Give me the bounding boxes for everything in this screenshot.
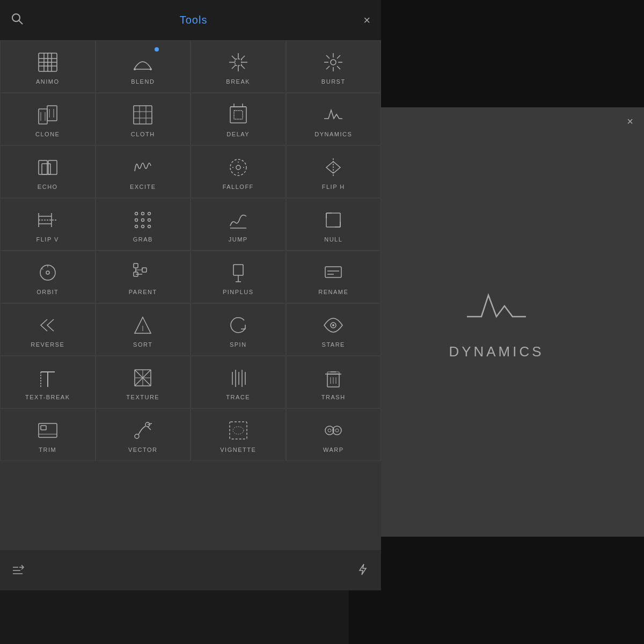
tool-warp[interactable]: WARP (286, 408, 382, 461)
textbreak-icon (36, 366, 60, 390)
texture-label: TEXTURE (126, 394, 159, 400)
tools-panel: Tools × ANIMO (0, 0, 381, 590)
tool-delay[interactable]: DELAY (191, 93, 286, 145)
tool-blend[interactable]: BLEND (96, 40, 191, 93)
tool-excite[interactable]: EXCITE (96, 145, 191, 198)
break-label: BREAK (226, 78, 250, 85)
tool-trim[interactable]: TRIM (0, 408, 96, 461)
burst-icon (321, 50, 345, 74)
vector-icon (131, 419, 155, 442)
tool-flipv[interactable]: FLIP V (0, 198, 96, 251)
svg-point-78 (46, 271, 49, 274)
tool-cloth[interactable]: CLOTH (96, 93, 191, 145)
svg-point-69 (142, 225, 144, 228)
delay-icon (226, 103, 250, 127)
trash-icon (321, 366, 345, 390)
animo-icon (36, 50, 60, 74)
warp-label: WARP (323, 447, 344, 453)
svg-rect-30 (39, 109, 47, 124)
svg-point-98 (332, 324, 334, 326)
stare-icon (321, 313, 345, 337)
sort-az-button[interactable] (11, 563, 26, 578)
tool-vector[interactable]: VECTOR (96, 408, 191, 461)
svg-point-131 (335, 429, 339, 432)
echo-icon (36, 156, 60, 179)
tools-grid-area: ANIMO BLEND (0, 40, 381, 550)
tool-pinplus[interactable]: PINPLUS (191, 251, 286, 303)
tool-jump[interactable]: JUMP (191, 198, 286, 251)
blend-icon (131, 50, 155, 74)
svg-line-16 (232, 56, 236, 60)
delay-label: DELAY (226, 131, 250, 137)
tool-sort[interactable]: SORT (96, 303, 191, 356)
lightning-button[interactable] (355, 562, 370, 579)
svg-rect-81 (134, 264, 138, 268)
trace-icon (226, 366, 250, 390)
falloff-icon (226, 156, 250, 179)
svg-rect-48 (48, 160, 57, 174)
bg-top-right (381, 0, 644, 107)
tool-vignette[interactable]: VIGNETTE (191, 408, 286, 461)
trash-label: TRASH (321, 394, 346, 400)
tool-fliph[interactable]: FLIP H (286, 145, 382, 198)
tool-trash[interactable]: TRASH (286, 356, 382, 408)
svg-rect-36 (134, 106, 152, 124)
svg-point-77 (40, 265, 55, 280)
tool-trace[interactable]: TRACE (191, 356, 286, 408)
svg-point-10 (134, 68, 136, 70)
tool-texture[interactable]: TEXTURE (96, 356, 191, 408)
svg-rect-47 (42, 164, 50, 174)
dynamics-close-button[interactable]: × (627, 115, 633, 128)
reverse-icon (36, 313, 60, 337)
tool-spin[interactable]: SPIN (191, 303, 286, 356)
reverse-label: REVERSE (31, 341, 64, 348)
tool-null[interactable]: NULL (286, 198, 382, 251)
tool-parent[interactable]: PARENT (96, 251, 191, 303)
svg-rect-83 (142, 268, 147, 272)
svg-point-62 (135, 213, 138, 215)
break-icon (226, 50, 250, 74)
tool-stare[interactable]: STARE (286, 303, 382, 356)
tool-dynamics[interactable]: DYNAMICS (286, 93, 382, 145)
svg-point-0 (12, 14, 20, 21)
svg-point-68 (135, 225, 138, 228)
clone-icon (36, 103, 60, 127)
tool-grab[interactable]: GRAB (96, 198, 191, 251)
tool-textbreak[interactable]: TEXT-BREAK (0, 356, 96, 408)
svg-rect-43 (234, 111, 243, 119)
tool-burst[interactable]: BURST (286, 40, 382, 93)
fliph-icon (321, 156, 345, 179)
excite-icon (131, 156, 155, 179)
svg-point-70 (148, 225, 151, 228)
vignette-icon (226, 419, 250, 442)
tool-animo[interactable]: ANIMO (0, 40, 96, 93)
clone-label: CLONE (35, 131, 60, 137)
tool-orbit[interactable]: ORBIT (0, 251, 96, 303)
echo-label: ECHO (38, 184, 58, 190)
svg-line-19 (232, 65, 236, 69)
cloth-label: CLOTH (131, 131, 155, 137)
svg-rect-92 (325, 267, 341, 277)
fliph-label: FLIP H (322, 184, 345, 190)
vignette-label: VIGNETTE (220, 447, 256, 453)
tool-clone[interactable]: CLONE (0, 93, 96, 145)
tool-reverse[interactable]: REVERSE (0, 303, 96, 356)
tools-header: Tools × (0, 0, 381, 40)
burst-label: BURST (321, 78, 346, 85)
dynamics-detail-panel: × DYNAMICS (349, 107, 644, 537)
spin-icon (226, 313, 250, 337)
tool-rename[interactable]: RENAME (286, 251, 382, 303)
jump-label: JUMP (229, 236, 248, 243)
svg-line-1 (19, 20, 23, 24)
svg-rect-126 (230, 422, 247, 439)
dynamics-panel-title: DYNAMICS (449, 343, 544, 360)
tool-echo[interactable]: ECHO (0, 145, 96, 198)
search-icon[interactable] (11, 12, 24, 28)
tool-falloff[interactable]: FALLOFF (191, 145, 286, 198)
svg-point-63 (142, 213, 144, 215)
tool-break[interactable]: BREAK (191, 40, 286, 93)
svg-line-27 (337, 55, 340, 58)
tools-close-button[interactable]: × (363, 13, 370, 27)
stare-label: STARE (322, 341, 345, 348)
falloff-label: FALLOFF (223, 184, 254, 190)
